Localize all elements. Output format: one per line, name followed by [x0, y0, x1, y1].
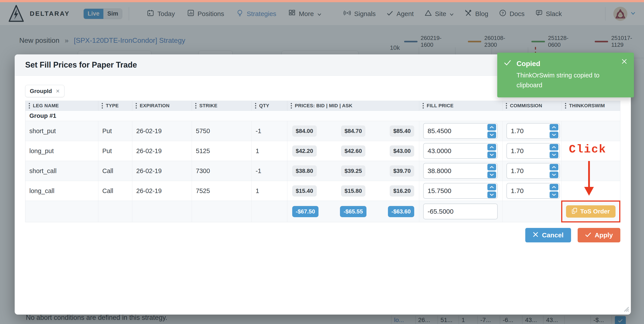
apply-button[interactable]: Apply — [578, 228, 620, 242]
spinner-down-button[interactable] — [488, 172, 496, 178]
total-ask-badge: -$63.60 — [388, 206, 414, 217]
spinner-down-button[interactable] — [550, 132, 558, 138]
toast-message: ThinkOrSwim string copied to clipboard — [516, 70, 617, 90]
total-bid-badge: -$67.50 — [292, 206, 318, 217]
drag-handle-icon[interactable] — [195, 102, 197, 109]
spinner-up-button[interactable] — [488, 184, 496, 190]
spinner-up-button[interactable] — [550, 124, 558, 130]
leg-name-cell: short_put — [26, 121, 98, 141]
mid-price-badge: $42.60 — [341, 145, 366, 157]
spinner-up-button[interactable] — [488, 124, 496, 130]
commission-input[interactable] — [507, 167, 549, 175]
qty-cell: 1 — [252, 141, 288, 161]
spinner-down-button[interactable] — [488, 151, 496, 158]
drag-handle-icon[interactable] — [255, 102, 256, 109]
column-header-commission[interactable]: COMMISSION — [502, 101, 562, 111]
commission-input[interactable] — [507, 187, 549, 195]
type-cell: Put — [98, 141, 132, 161]
total-mid-badge: -$65.55 — [340, 206, 366, 217]
expiration-cell: 26-02-19 — [132, 141, 192, 161]
table-row: long_call Call 26-02-19 7525 1 $15.40 $1… — [26, 181, 620, 201]
copy-icon — [572, 208, 578, 215]
qty-cell: -1 — [252, 161, 288, 181]
total-fill-price-input[interactable] — [424, 208, 497, 215]
spinner-down-button[interactable] — [550, 151, 558, 158]
mid-price-badge: $39.25 — [341, 166, 366, 177]
thinkorswim-cell — [562, 121, 620, 141]
drag-handle-icon[interactable] — [290, 102, 292, 109]
group-header-row: Group #1 — [26, 111, 620, 121]
toast-title: Copied — [516, 60, 617, 68]
spinner-down-button[interactable] — [488, 192, 496, 198]
fill-price-input[interactable] — [424, 187, 486, 195]
commission-input[interactable] — [507, 127, 549, 135]
drag-handle-icon[interactable] — [565, 102, 566, 109]
expiration-cell: 26-02-19 — [132, 181, 192, 201]
type-cell: Put — [98, 121, 132, 141]
table-header: LEG NAME TYPE EXPIRATION STRIKE — [26, 101, 620, 111]
modal-title: Set Fill Prices for Paper Trade — [25, 60, 137, 70]
groupid-filter-chip[interactable]: GroupId × — [25, 85, 64, 97]
prices-cell: $42.20 $42.60 $43.00 — [288, 141, 419, 161]
chip-remove-icon[interactable]: × — [56, 88, 60, 94]
fill-price-input[interactable] — [424, 127, 486, 135]
toast-close-icon[interactable] — [621, 58, 627, 65]
spinner-up-button[interactable] — [550, 164, 558, 171]
drag-handle-icon[interactable] — [28, 102, 30, 109]
prices-cell: $15.40 $15.80 $16.20 — [288, 181, 419, 201]
qty-cell: -1 — [252, 121, 288, 141]
column-header-prices[interactable]: PRICES: BID | MID | ASK — [288, 101, 419, 111]
fill-price-cell — [419, 181, 502, 201]
legs-table: LEG NAME TYPE EXPIRATION STRIKE — [25, 101, 620, 222]
screen-top-border — [0, 0, 644, 2]
totals-row: -$67.50 -$65.55 -$63.60 — [26, 201, 620, 222]
column-header-strike[interactable]: STRIKE — [192, 101, 252, 111]
spinner-up-button[interactable] — [550, 144, 558, 150]
fill-price-cell — [419, 141, 502, 161]
fill-price-cell — [419, 121, 502, 141]
leg-name-cell: long_put — [26, 141, 98, 161]
cancel-button[interactable]: Cancel — [525, 228, 571, 242]
type-cell: Call — [98, 181, 132, 201]
total-prices-cell: -$67.50 -$65.55 -$63.60 — [288, 201, 419, 222]
empty-cell — [26, 201, 98, 222]
tos-order-button[interactable]: ToS Order — [566, 205, 616, 218]
commission-cell — [502, 121, 562, 141]
fill-price-input[interactable] — [424, 147, 486, 155]
drag-handle-icon[interactable] — [506, 102, 507, 109]
bid-price-badge: $15.40 — [292, 185, 317, 197]
column-header-leg-name[interactable]: LEG NAME — [26, 101, 98, 111]
total-fill-price-cell — [419, 201, 502, 222]
column-header-fill-price[interactable]: FILL PRICE — [419, 101, 502, 111]
qty-cell: 1 — [252, 181, 288, 201]
column-header-expiration[interactable]: EXPIRATION — [132, 101, 192, 111]
spinner-down-button[interactable] — [550, 172, 558, 178]
fill-price-input[interactable] — [424, 167, 486, 175]
leg-name-cell: short_call — [26, 161, 98, 181]
spinner-up-button[interactable] — [488, 164, 496, 171]
drag-handle-icon[interactable] — [102, 102, 103, 109]
type-cell: Call — [98, 161, 132, 181]
leg-name-cell: long_call — [26, 181, 98, 201]
drag-handle-icon[interactable] — [422, 102, 424, 109]
strike-cell: 5125 — [192, 141, 252, 161]
commission-cell — [502, 161, 562, 181]
column-header-type[interactable]: TYPE — [98, 101, 132, 111]
resize-handle[interactable] — [622, 305, 629, 313]
prices-cell: $84.00 $84.70 $85.40 — [288, 121, 419, 141]
empty-cell — [252, 201, 288, 222]
commission-input[interactable] — [507, 147, 549, 155]
check-icon — [585, 231, 591, 239]
strike-cell: 7300 — [192, 161, 252, 181]
spinner-down-button[interactable] — [550, 192, 558, 198]
spinner-up-button[interactable] — [488, 144, 496, 150]
drag-handle-icon[interactable] — [135, 102, 137, 109]
spinner-up-button[interactable] — [550, 184, 558, 190]
thinkorswim-cell — [562, 181, 620, 201]
table-row: short_put Put 26-02-19 5750 -1 $84.00 $8… — [26, 121, 620, 141]
prices-cell: $38.80 $39.25 $39.70 — [288, 161, 419, 181]
spinner-down-button[interactable] — [488, 132, 496, 138]
strike-cell: 5750 — [192, 121, 252, 141]
column-header-qty[interactable]: QTY — [252, 101, 288, 111]
column-header-thinkorswim[interactable]: THINKORSWIM — [562, 101, 620, 111]
